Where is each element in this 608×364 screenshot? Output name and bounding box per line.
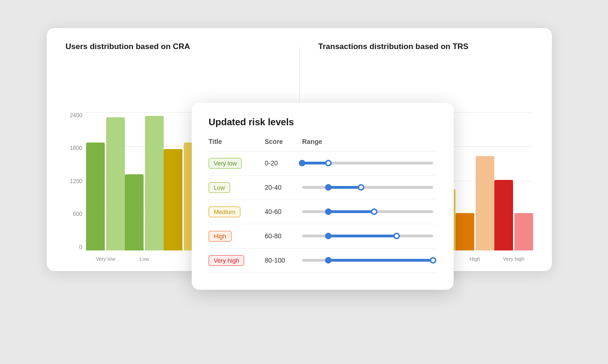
bar-group: Very low bbox=[86, 112, 125, 262]
risk-row: Very low0-20 bbox=[209, 151, 437, 175]
y-label: 2400 bbox=[65, 112, 82, 119]
risk-range-cell[interactable] bbox=[302, 151, 437, 175]
risk-badge: Very low bbox=[209, 158, 242, 169]
y-label: 1200 bbox=[65, 178, 82, 185]
bar-group: Very high bbox=[494, 112, 533, 262]
risk-range-cell[interactable] bbox=[302, 224, 437, 248]
slider-track[interactable] bbox=[302, 259, 433, 262]
risk-row: Low20-40 bbox=[209, 175, 437, 200]
slider-track[interactable] bbox=[302, 235, 433, 237]
risk-score-cell: 40-60 bbox=[265, 200, 302, 224]
bar bbox=[476, 156, 494, 250]
slider-thumb-right[interactable] bbox=[358, 184, 364, 191]
risk-badge: Low bbox=[209, 182, 230, 193]
slider-thumb-left[interactable] bbox=[325, 257, 332, 264]
risk-row: High60-80 bbox=[209, 224, 437, 248]
bar bbox=[164, 149, 182, 250]
slider-fill bbox=[328, 186, 361, 189]
slider-fill bbox=[328, 210, 374, 213]
risk-score: 40-60 bbox=[265, 208, 282, 215]
slider-fill bbox=[328, 235, 397, 237]
slider-thumb-left[interactable] bbox=[325, 208, 332, 215]
risk-range-cell[interactable] bbox=[302, 175, 437, 200]
risk-badge-cell: High bbox=[209, 224, 265, 248]
scene: Users distribution based on CRA 06001200… bbox=[47, 28, 561, 336]
bar bbox=[494, 180, 513, 250]
risk-badge-cell: Very low bbox=[209, 151, 265, 175]
slider-thumb-left[interactable] bbox=[325, 233, 332, 239]
risk-table-body: Very low0-20Low20-40Medium40-60High60-80… bbox=[209, 151, 437, 272]
x-label: High bbox=[470, 256, 480, 262]
risk-row: Very high80-100 bbox=[209, 248, 437, 272]
bar-group: High bbox=[456, 112, 494, 262]
risk-table: Title Score Range Very low0-20Low20-40Me… bbox=[209, 138, 437, 273]
bar bbox=[86, 143, 105, 250]
bar bbox=[145, 116, 164, 250]
col-title: Title bbox=[209, 138, 265, 151]
slider-fill bbox=[328, 259, 433, 262]
modal-title: Updated risk levels bbox=[209, 117, 437, 128]
slider-thumb-left[interactable] bbox=[299, 160, 305, 166]
bar bbox=[514, 213, 533, 250]
risk-range-cell[interactable] bbox=[302, 200, 437, 224]
risk-badge-cell: Low bbox=[209, 175, 265, 200]
slider-thumb-right[interactable] bbox=[430, 257, 436, 264]
left-y-axis: 0600120018002400 bbox=[65, 112, 82, 262]
y-label: 600 bbox=[65, 211, 82, 217]
risk-range-cell[interactable] bbox=[302, 248, 437, 272]
y-label: 0 bbox=[65, 244, 82, 250]
x-label: Very low bbox=[96, 256, 116, 262]
right-chart-title: Transactions distribution based on TRS bbox=[318, 42, 534, 51]
slider-fill bbox=[302, 162, 328, 164]
col-score: Score bbox=[265, 138, 302, 151]
y-label: 1800 bbox=[65, 145, 82, 151]
risk-score-cell: 20-40 bbox=[265, 175, 302, 200]
slider-track[interactable] bbox=[302, 210, 433, 213]
bar bbox=[456, 213, 474, 250]
risk-score-cell: 80-100 bbox=[265, 248, 302, 272]
risk-table-header: Title Score Range bbox=[209, 138, 437, 151]
risk-score: 80-100 bbox=[265, 257, 285, 264]
bar bbox=[106, 117, 125, 250]
risk-badge-cell: Medium bbox=[209, 200, 265, 224]
slider-thumb-left[interactable] bbox=[325, 184, 332, 191]
risk-score: 20-40 bbox=[265, 184, 282, 191]
col-range: Range bbox=[302, 138, 437, 151]
slider-track[interactable] bbox=[302, 162, 433, 164]
x-label: Low bbox=[140, 256, 149, 262]
risk-badge-cell: Very high bbox=[209, 248, 265, 272]
risk-score-cell: 0-20 bbox=[265, 151, 302, 175]
modal-card: Updated risk levels Title Score Range Ve… bbox=[192, 103, 454, 290]
slider-thumb-right[interactable] bbox=[371, 208, 377, 215]
left-chart-title: Users distribution based on CRA bbox=[65, 42, 281, 51]
risk-badge: Very high bbox=[209, 255, 244, 266]
risk-score: 60-80 bbox=[265, 232, 282, 240]
risk-row: Medium40-60 bbox=[209, 200, 437, 224]
bar-group: Low bbox=[125, 112, 164, 262]
slider-thumb-right[interactable] bbox=[393, 233, 400, 239]
risk-badge: Medium bbox=[209, 207, 240, 217]
risk-score-cell: 60-80 bbox=[265, 224, 302, 248]
risk-score: 0-20 bbox=[265, 159, 278, 167]
slider-thumb-right[interactable] bbox=[325, 160, 332, 166]
bar bbox=[125, 174, 144, 250]
slider-track[interactable] bbox=[302, 186, 433, 189]
risk-badge: High bbox=[209, 231, 232, 242]
x-label: Very high bbox=[503, 256, 524, 262]
